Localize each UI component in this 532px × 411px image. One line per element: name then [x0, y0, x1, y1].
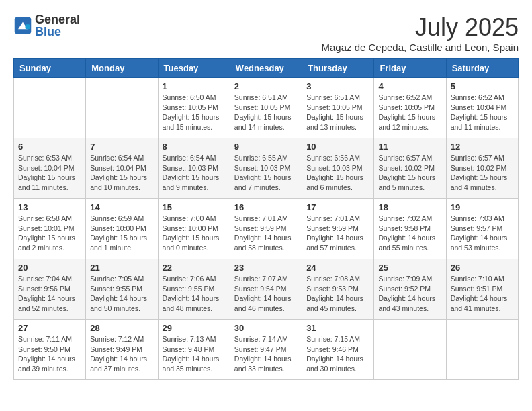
day-number: 22 [163, 263, 226, 273]
day-number: 24 [306, 263, 369, 273]
day-number: 19 [451, 202, 514, 212]
day-number: 10 [306, 142, 369, 152]
day-header-tuesday: Tuesday [158, 59, 230, 78]
day-info: Sunrise: 6:57 AM Sunset: 10:02 PM Daylig… [378, 153, 441, 193]
calendar-cell: 2Sunrise: 6:51 AM Sunset: 10:05 PM Dayli… [230, 78, 302, 138]
day-number: 14 [90, 202, 153, 212]
day-number: 25 [378, 263, 441, 273]
day-number: 4 [378, 81, 441, 91]
day-info: Sunrise: 7:06 AM Sunset: 9:55 PM Dayligh… [163, 274, 226, 314]
day-info: Sunrise: 7:11 AM Sunset: 9:50 PM Dayligh… [18, 334, 81, 374]
calendar-cell: 19Sunrise: 7:03 AM Sunset: 9:57 PM Dayli… [446, 199, 518, 259]
day-header-thursday: Thursday [302, 59, 374, 78]
day-number: 20 [18, 263, 81, 273]
day-info: Sunrise: 7:14 AM Sunset: 9:47 PM Dayligh… [234, 334, 298, 374]
day-info: Sunrise: 7:01 AM Sunset: 9:59 PM Dayligh… [306, 214, 369, 253]
title-block: July 2025 Magaz de Cepeda, Castille and … [321, 13, 519, 53]
calendar-week-1: 1Sunrise: 6:50 AM Sunset: 10:05 PM Dayli… [14, 78, 519, 138]
day-number: 3 [306, 81, 369, 91]
calendar-cell: 14Sunrise: 6:59 AM Sunset: 10:00 PM Dayl… [86, 199, 158, 259]
month-title: July 2025 [321, 13, 519, 42]
calendar-cell: 24Sunrise: 7:08 AM Sunset: 9:53 PM Dayli… [302, 259, 374, 320]
day-header-sunday: Sunday [14, 59, 86, 78]
logo: General Blue [13, 13, 80, 38]
day-info: Sunrise: 7:05 AM Sunset: 9:55 PM Dayligh… [90, 274, 153, 314]
page-header: General Blue July 2025 Magaz de Cepeda, … [13, 13, 519, 53]
calendar-cell: 9Sunrise: 6:55 AM Sunset: 10:03 PM Dayli… [230, 138, 302, 199]
calendar-cell: 3Sunrise: 6:51 AM Sunset: 10:05 PM Dayli… [302, 78, 374, 138]
day-number: 9 [234, 142, 298, 152]
calendar-cell: 29Sunrise: 7:13 AM Sunset: 9:48 PM Dayli… [158, 320, 230, 380]
calendar-body: 1Sunrise: 6:50 AM Sunset: 10:05 PM Dayli… [14, 78, 519, 380]
calendar-cell: 20Sunrise: 7:04 AM Sunset: 9:56 PM Dayli… [14, 259, 86, 320]
day-number: 26 [451, 263, 514, 273]
calendar-cell: 15Sunrise: 7:00 AM Sunset: 10:00 PM Dayl… [158, 199, 230, 259]
calendar-week-3: 13Sunrise: 6:58 AM Sunset: 10:01 PM Dayl… [14, 199, 519, 259]
calendar-cell: 25Sunrise: 7:09 AM Sunset: 9:52 PM Dayli… [374, 259, 446, 320]
day-number: 1 [163, 81, 226, 91]
calendar-cell: 7Sunrise: 6:54 AM Sunset: 10:04 PM Dayli… [86, 138, 158, 199]
svg-rect-2 [26, 24, 30, 29]
calendar-cell: 28Sunrise: 7:12 AM Sunset: 9:49 PM Dayli… [86, 320, 158, 380]
day-header-saturday: Saturday [446, 59, 518, 78]
day-number: 30 [234, 323, 298, 333]
day-info: Sunrise: 7:15 AM Sunset: 9:46 PM Dayligh… [306, 334, 369, 374]
calendar-cell: 27Sunrise: 7:11 AM Sunset: 9:50 PM Dayli… [14, 320, 86, 380]
calendar-cell: 4Sunrise: 6:52 AM Sunset: 10:05 PM Dayli… [374, 78, 446, 138]
day-header-monday: Monday [86, 59, 158, 78]
calendar-cell [14, 78, 86, 138]
day-info: Sunrise: 6:57 AM Sunset: 10:02 PM Daylig… [451, 153, 514, 193]
day-header-friday: Friday [374, 59, 446, 78]
day-info: Sunrise: 6:52 AM Sunset: 10:05 PM Daylig… [378, 93, 441, 132]
calendar-cell: 23Sunrise: 7:07 AM Sunset: 9:54 PM Dayli… [230, 259, 302, 320]
calendar-cell: 21Sunrise: 7:05 AM Sunset: 9:55 PM Dayli… [86, 259, 158, 320]
day-number: 11 [378, 142, 441, 152]
day-number: 2 [234, 81, 298, 91]
day-info: Sunrise: 6:59 AM Sunset: 10:00 PM Daylig… [90, 214, 153, 253]
day-info: Sunrise: 7:10 AM Sunset: 9:51 PM Dayligh… [451, 274, 514, 314]
day-info: Sunrise: 6:54 AM Sunset: 10:04 PM Daylig… [90, 153, 153, 193]
calendar-cell: 17Sunrise: 7:01 AM Sunset: 9:59 PM Dayli… [302, 199, 374, 259]
calendar-cell [374, 320, 446, 380]
day-info: Sunrise: 7:03 AM Sunset: 9:57 PM Dayligh… [451, 214, 514, 253]
day-info: Sunrise: 7:01 AM Sunset: 9:59 PM Dayligh… [234, 214, 298, 253]
calendar-cell: 30Sunrise: 7:14 AM Sunset: 9:47 PM Dayli… [230, 320, 302, 380]
day-info: Sunrise: 7:00 AM Sunset: 10:00 PM Daylig… [163, 214, 226, 253]
calendar-cell: 31Sunrise: 7:15 AM Sunset: 9:46 PM Dayli… [302, 320, 374, 380]
calendar-cell: 18Sunrise: 7:02 AM Sunset: 9:58 PM Dayli… [374, 199, 446, 259]
calendar-cell: 8Sunrise: 6:54 AM Sunset: 10:03 PM Dayli… [158, 138, 230, 199]
calendar-cell: 6Sunrise: 6:53 AM Sunset: 10:04 PM Dayli… [14, 138, 86, 199]
day-info: Sunrise: 6:52 AM Sunset: 10:04 PM Daylig… [451, 93, 514, 132]
day-number: 15 [163, 202, 226, 212]
day-number: 21 [90, 263, 153, 273]
day-info: Sunrise: 6:53 AM Sunset: 10:04 PM Daylig… [18, 153, 81, 193]
day-header-wednesday: Wednesday [230, 59, 302, 78]
day-info: Sunrise: 6:55 AM Sunset: 10:03 PM Daylig… [234, 153, 298, 193]
logo-blue: Blue [35, 26, 80, 38]
day-info: Sunrise: 6:58 AM Sunset: 10:01 PM Daylig… [18, 214, 81, 253]
day-number: 29 [163, 323, 226, 333]
calendar-cell: 16Sunrise: 7:01 AM Sunset: 9:59 PM Dayli… [230, 199, 302, 259]
day-info: Sunrise: 6:50 AM Sunset: 10:05 PM Daylig… [163, 93, 226, 132]
day-info: Sunrise: 6:54 AM Sunset: 10:03 PM Daylig… [163, 153, 226, 193]
day-info: Sunrise: 6:51 AM Sunset: 10:05 PM Daylig… [306, 93, 369, 132]
calendar-cell: 10Sunrise: 6:56 AM Sunset: 10:03 PM Dayl… [302, 138, 374, 199]
day-number: 13 [18, 202, 81, 212]
logo-text: General Blue [35, 13, 80, 38]
calendar-week-2: 6Sunrise: 6:53 AM Sunset: 10:04 PM Dayli… [14, 138, 519, 199]
calendar-cell [446, 320, 518, 380]
calendar-cell: 13Sunrise: 6:58 AM Sunset: 10:01 PM Dayl… [14, 199, 86, 259]
header-row: SundayMondayTuesdayWednesdayThursdayFrid… [14, 59, 519, 78]
day-info: Sunrise: 7:04 AM Sunset: 9:56 PM Dayligh… [18, 274, 81, 314]
day-info: Sunrise: 6:56 AM Sunset: 10:03 PM Daylig… [306, 153, 369, 193]
day-info: Sunrise: 7:09 AM Sunset: 9:52 PM Dayligh… [378, 274, 441, 314]
day-number: 18 [378, 202, 441, 212]
day-number: 5 [451, 81, 514, 91]
calendar-cell: 26Sunrise: 7:10 AM Sunset: 9:51 PM Dayli… [446, 259, 518, 320]
logo-general: General [35, 13, 80, 26]
day-number: 7 [90, 142, 153, 152]
calendar-table: SundayMondayTuesdayWednesdayThursdayFrid… [13, 58, 519, 380]
day-info: Sunrise: 7:02 AM Sunset: 9:58 PM Dayligh… [378, 214, 441, 253]
day-number: 28 [90, 323, 153, 333]
day-number: 16 [234, 202, 298, 212]
